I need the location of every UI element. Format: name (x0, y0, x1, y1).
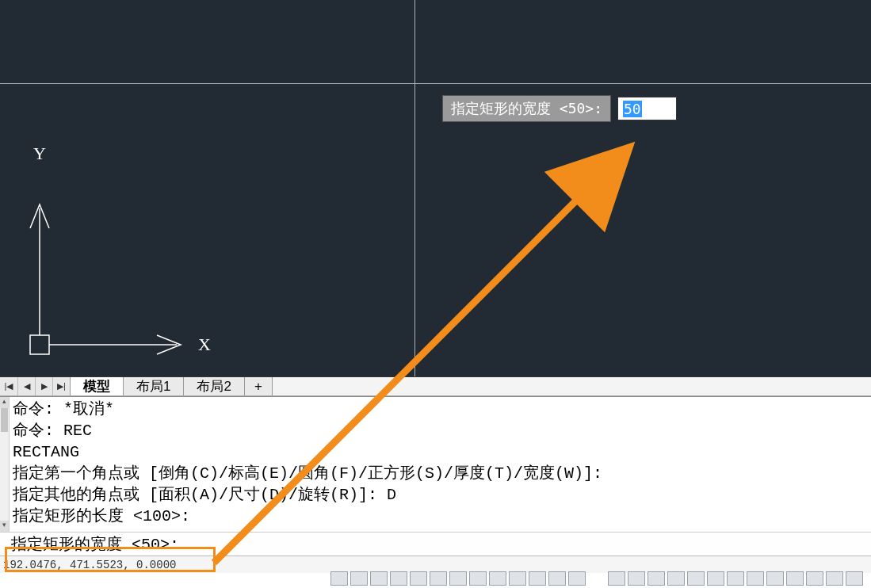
status-toggle-icon[interactable] (766, 571, 784, 586)
status-toggle-icon[interactable] (350, 571, 368, 586)
status-toggle-icon[interactable] (509, 571, 526, 586)
tab-nav-prev[interactable]: ◀ (17, 377, 35, 395)
status-toggle-icon[interactable] (846, 571, 863, 586)
command-history-panel: ▴ ▾ 命令: *取消* 命令: REC RECTANG 指定第一个角点或 [倒… (0, 396, 871, 532)
status-toggle-icon[interactable] (330, 571, 348, 586)
dynamic-input-prompt: 指定矩形的宽度 <50>: (442, 95, 611, 122)
status-toggle-icon[interactable] (410, 571, 427, 586)
drawing-viewport[interactable]: Y X 指定矩形的宽度 <50>: 50 (0, 0, 871, 376)
status-toggle-icon[interactable] (529, 571, 546, 586)
command-history-lines: 命令: *取消* 命令: REC RECTANG 指定第一个角点或 [倒角(C)… (10, 397, 605, 532)
tab-nav-first[interactable]: |◀ (0, 377, 17, 395)
status-toggle-icon[interactable] (727, 571, 744, 586)
dynamic-input-field[interactable]: 50 (617, 97, 677, 120)
tab-layout2[interactable]: 布局2 (184, 377, 244, 395)
status-coords: 192.0476, 471.5523, 0.0000 (3, 559, 176, 571)
scroll-up-icon[interactable]: ▴ (0, 397, 9, 408)
app-root: Y X 指定矩形的宽度 <50>: 50 |◀ ◀ ▶ ▶| 模型 布局1 布局… (0, 0, 871, 588)
dynamic-input-value: 50 (623, 101, 642, 117)
ucs-y-label: Y (33, 143, 46, 164)
command-scrollbar[interactable]: ▴ ▾ (0, 397, 10, 532)
status-toggle-icon[interactable] (548, 571, 566, 586)
layout-tabs: 模型 布局1 布局2 + (71, 377, 273, 395)
ucs-x-label: X (198, 334, 211, 355)
ucs-icon: Y X (30, 153, 212, 359)
command-input[interactable] (179, 535, 868, 553)
status-toggle-icon[interactable] (430, 571, 447, 586)
svg-rect-0 (30, 335, 49, 354)
cmd-line: 命令: *取消* (13, 399, 602, 420)
status-toggle-icon[interactable] (608, 571, 625, 586)
tab-nav-buttons: |◀ ◀ ▶ ▶| (0, 377, 71, 395)
status-toggle-icon[interactable] (826, 571, 843, 586)
tab-layout1[interactable]: 布局1 (124, 377, 184, 395)
status-toggle-icon[interactable] (747, 571, 764, 586)
status-toggle-icon[interactable] (469, 571, 487, 586)
status-toggle-icon[interactable] (489, 571, 506, 586)
status-toggle-icon[interactable] (390, 571, 407, 586)
tab-model[interactable]: 模型 (71, 377, 124, 395)
command-input-line[interactable]: 指定矩形的宽度 <50>: (0, 532, 871, 556)
cmd-line: 指定矩形的长度 <100>: (13, 506, 602, 527)
dynamic-input-group: 指定矩形的宽度 <50>: 50 (442, 95, 677, 122)
status-bar: 192.0476, 471.5523, 0.0000 (0, 556, 871, 573)
tab-nav-last[interactable]: ▶| (52, 377, 70, 395)
crosshair-horizontal (0, 83, 871, 84)
status-icons-left (330, 571, 586, 586)
tab-label: 布局2 (197, 377, 231, 395)
scroll-track[interactable] (0, 408, 9, 521)
scroll-thumb[interactable] (1, 408, 8, 432)
status-toggle-icon[interactable] (667, 571, 685, 586)
status-toggle-icon[interactable] (786, 571, 804, 586)
cmd-line: 指定第一个角点或 [倒角(C)/标高(E)/圆角(F)/正方形(S)/厚度(T)… (13, 463, 602, 484)
tab-nav-next[interactable]: ▶ (35, 377, 52, 395)
status-toggle-icon[interactable] (370, 571, 388, 586)
status-toggle-icon[interactable] (707, 571, 724, 586)
status-toggle-icon[interactable] (449, 571, 467, 586)
status-toggle-icon[interactable] (628, 571, 645, 586)
cmd-line: 指定其他的角点或 [面积(A)/尺寸(D)/旋转(R)]: D (13, 484, 602, 506)
status-toggle-icon[interactable] (648, 571, 665, 586)
crosshair-vertical (414, 0, 415, 376)
tab-add-label: + (254, 379, 262, 395)
tab-label: 布局1 (136, 377, 170, 395)
scroll-down-icon[interactable]: ▾ (0, 521, 9, 532)
status-toggle-icon[interactable] (687, 571, 705, 586)
cmd-line: RECTANG (13, 441, 602, 463)
tab-add[interactable]: + (245, 377, 273, 395)
status-toggle-icon[interactable] (568, 571, 586, 586)
status-icons-right (608, 571, 863, 586)
command-prompt: 指定矩形的宽度 <50>: (11, 533, 179, 555)
status-toggle-icon[interactable] (806, 571, 823, 586)
cmd-line: 命令: REC (13, 420, 602, 441)
tab-label: 模型 (83, 377, 110, 395)
layout-tabbar: |◀ ◀ ▶ ▶| 模型 布局1 布局2 + (0, 376, 871, 396)
